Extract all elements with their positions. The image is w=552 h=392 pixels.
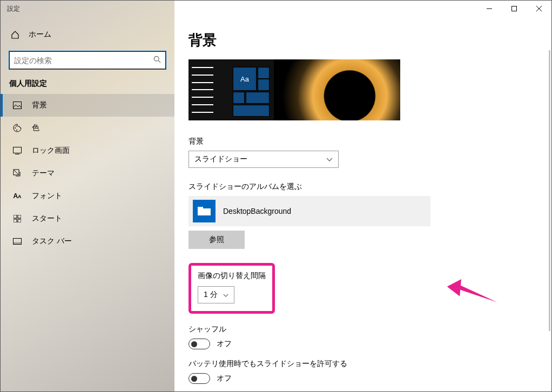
browse-button[interactable]: 参照 xyxy=(189,231,245,249)
svg-line-5 xyxy=(158,60,160,63)
minimize-icon xyxy=(487,6,492,11)
battery-label: バッテリ使用時でもスライドショーを許可する xyxy=(189,359,534,369)
settings-window: 設定 ホーム 個人用設定 xyxy=(0,0,552,392)
maximize-button[interactable] xyxy=(502,1,527,17)
close-button[interactable] xyxy=(527,1,551,17)
svg-rect-20 xyxy=(198,207,203,209)
sidebar: ホーム 個人用設定 背景 色 ロック画面 テーマ AA フォント xyxy=(1,1,174,391)
preview-sample-tile: Aa xyxy=(233,67,257,91)
battery-row: オフ xyxy=(189,373,534,384)
sidebar-item-label: スタート xyxy=(32,214,62,224)
svg-rect-18 xyxy=(14,242,22,245)
colors-icon xyxy=(12,124,22,132)
sidebar-item-start[interactable]: スタート xyxy=(1,207,174,230)
preview-taskbar-mock xyxy=(189,59,231,120)
album-label: スライドショーのアルバムを選ぶ xyxy=(189,182,534,192)
svg-rect-6 xyxy=(14,102,22,109)
minimize-button[interactable] xyxy=(477,1,502,17)
annotation-arrow xyxy=(447,276,501,308)
search-field[interactable] xyxy=(14,56,153,65)
svg-point-8 xyxy=(16,126,17,127)
sidebar-item-label: ロック画面 xyxy=(32,146,70,156)
themes-icon xyxy=(12,169,22,178)
sidebar-item-label: 色 xyxy=(32,123,39,133)
interval-dropdown[interactable]: 1 分 xyxy=(198,286,234,303)
sidebar-item-background[interactable]: 背景 xyxy=(1,94,174,117)
sidebar-item-colors[interactable]: 色 xyxy=(1,117,174,139)
svg-rect-15 xyxy=(14,219,17,222)
sidebar-group-title: 個人用設定 xyxy=(1,79,174,94)
svg-rect-14 xyxy=(18,215,21,218)
background-icon xyxy=(12,102,22,109)
shuffle-toggle[interactable] xyxy=(189,339,210,349)
chevron-down-icon xyxy=(326,155,333,164)
dropdown-value: 1 分 xyxy=(204,290,218,300)
svg-point-4 xyxy=(154,56,159,61)
svg-point-9 xyxy=(16,130,17,131)
close-icon xyxy=(536,6,542,11)
sidebar-item-label: テーマ xyxy=(32,168,55,178)
window-title: 設定 xyxy=(1,4,20,13)
sidebar-item-label: タスク バー xyxy=(32,236,72,246)
shuffle-state: オフ xyxy=(217,339,232,349)
taskbar-icon xyxy=(12,238,22,245)
battery-state: オフ xyxy=(217,374,232,383)
interval-highlight: 画像の切り替え間隔 1 分 xyxy=(189,263,275,314)
background-type-dropdown[interactable]: スライドショー xyxy=(189,151,339,168)
svg-rect-10 xyxy=(14,147,22,153)
svg-point-7 xyxy=(15,127,16,129)
maximize-icon xyxy=(511,6,517,11)
preview-wallpaper xyxy=(274,59,400,120)
titlebar: 設定 xyxy=(1,1,551,17)
album-name: DesktopBackground xyxy=(223,207,291,215)
shuffle-label: シャッフル xyxy=(189,325,534,334)
desktop-preview: Aa xyxy=(189,59,400,120)
search-icon xyxy=(153,56,161,65)
sidebar-item-themes[interactable]: テーマ xyxy=(1,162,174,185)
svg-rect-1 xyxy=(512,6,517,11)
browse-label: 参照 xyxy=(209,235,224,245)
window-controls xyxy=(477,1,551,17)
chevron-down-icon xyxy=(223,290,228,299)
search-input[interactable] xyxy=(9,51,166,69)
battery-toggle[interactable] xyxy=(189,373,210,384)
page-title: 背景 xyxy=(189,31,534,50)
home-link[interactable]: ホーム xyxy=(1,24,174,45)
shuffle-row: オフ xyxy=(189,339,534,349)
main-content: 背景 Aa 背景 スライドショー スライドショーのアルバムを選ぶ xyxy=(174,1,551,391)
preview-start-tiles: Aa xyxy=(231,59,274,120)
dropdown-value: スライドショー xyxy=(194,154,247,164)
sidebar-item-taskbar[interactable]: タスク バー xyxy=(1,230,174,253)
sidebar-item-label: フォント xyxy=(32,191,62,201)
fonts-icon: AA xyxy=(12,192,22,200)
start-icon xyxy=(12,215,22,222)
svg-rect-16 xyxy=(18,219,21,222)
lockscreen-icon xyxy=(12,147,22,154)
home-icon xyxy=(10,30,20,39)
sidebar-item-label: 背景 xyxy=(32,100,47,110)
sidebar-item-fonts[interactable]: AA フォント xyxy=(1,185,174,207)
interval-label: 画像の切り替え間隔 xyxy=(198,271,266,281)
album-row[interactable]: DesktopBackground xyxy=(189,196,430,226)
folder-icon xyxy=(193,200,216,222)
background-label: 背景 xyxy=(189,137,534,146)
home-label: ホーム xyxy=(29,30,51,39)
scrollbar[interactable] xyxy=(549,50,550,331)
svg-rect-13 xyxy=(14,215,17,218)
sidebar-item-lockscreen[interactable]: ロック画面 xyxy=(1,139,174,162)
